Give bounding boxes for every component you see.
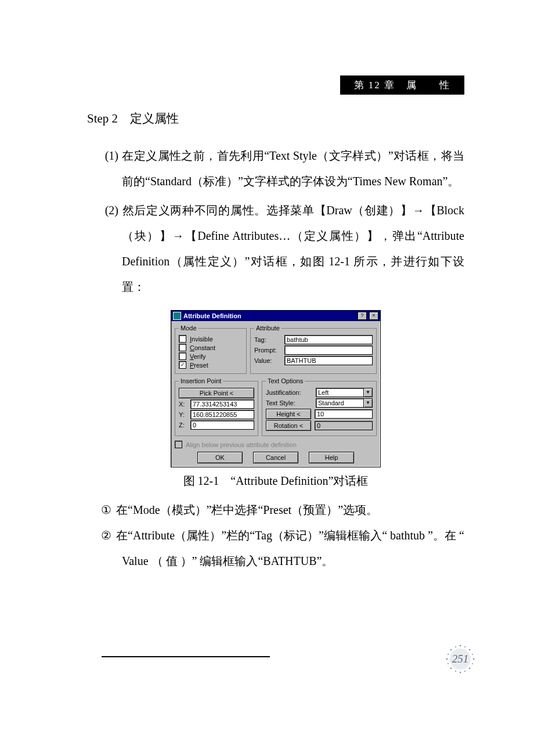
step-title: 定义属性	[118, 111, 179, 125]
cancel-button[interactable]: Cancel	[253, 452, 298, 463]
list-marker: (1)	[99, 143, 122, 168]
align-label: Align below previous attribute definitio…	[186, 441, 297, 448]
step-heading: Step 2 定义属性	[87, 110, 464, 127]
rotation-row: Rotation < 0	[266, 420, 373, 431]
chevron-down-icon[interactable]: ▼	[364, 398, 373, 408]
textopt-legend: Text Options	[266, 377, 305, 384]
textopt-group: Text Options Justification: Left ▼ Text …	[262, 377, 377, 436]
list-item: ②在“Attribute（属性）”栏的“Tag（标记）”编辑框输入“ batht…	[122, 523, 464, 574]
mode-constant-row: Constant	[179, 344, 243, 351]
list-text: 在“Mode（模式）”栏中选择“Preset（预置）”选项。	[116, 503, 378, 516]
attribute-definition-dialog: Attribute Definition ? × Mode IInvisible…	[171, 310, 381, 467]
bottom-row: Insertion Point Pick Point < X: 77.33142…	[175, 376, 377, 438]
svg-point-15	[472, 663, 473, 664]
preset-checkbox[interactable]: ✓	[179, 361, 186, 369]
invisible-checkbox[interactable]	[179, 335, 186, 343]
x-row: X: 77.3314253143	[179, 399, 254, 409]
attribute-legend: Attribute	[254, 325, 282, 332]
tag-input[interactable]: bathtub	[284, 335, 373, 344]
page: 第 12 章 属 性 Step 2 定义属性 (1)在定义属性之前，首先利用“T…	[0, 0, 534, 756]
mode-invisible-row: IInvisiblenvisible	[179, 335, 243, 343]
invisible-label: IInvisiblenvisible	[190, 336, 213, 343]
dialog-title: Attribute Definition	[183, 312, 355, 319]
ok-button[interactable]: OK	[197, 452, 243, 463]
top-row: Mode IInvisiblenvisible Constant Verify	[175, 323, 377, 376]
svg-point-5	[469, 649, 471, 651]
mode-preset-row: ✓ Preset	[179, 361, 243, 369]
svg-point-11	[464, 671, 466, 672]
z-input[interactable]: 0	[190, 420, 254, 430]
help-button[interactable]: ?	[358, 312, 367, 320]
svg-point-14	[472, 654, 473, 655]
tag-label: Tag:	[254, 336, 281, 343]
svg-point-1	[460, 672, 461, 674]
list-text: 在“Attribute（属性）”栏的“Tag（标记）”编辑框输入“ bathtu…	[116, 529, 464, 567]
svg-point-3	[473, 658, 475, 660]
mode-legend: Mode	[179, 325, 199, 332]
pick-point-button[interactable]: Pick Point <	[179, 388, 254, 398]
dialog-figure: Attribute Definition ? × Mode IInvisible…	[87, 310, 464, 467]
rotation-button[interactable]: Rotation <	[266, 420, 311, 431]
y-input[interactable]: 160.851220855	[190, 410, 254, 419]
chapter-banner: 第 12 章 属 性	[340, 75, 465, 95]
constant-label: Constant	[190, 344, 215, 351]
dialog-body: Mode IInvisiblenvisible Constant Verify	[171, 321, 380, 467]
svg-point-2	[446, 658, 448, 660]
verify-checkbox[interactable]	[179, 352, 186, 360]
svg-point-8	[455, 646, 456, 647]
svg-point-13	[448, 663, 449, 664]
prompt-input[interactable]	[284, 345, 373, 355]
verify-label: Verify	[190, 353, 206, 360]
x-input[interactable]: 77.3314253143	[190, 399, 254, 409]
just-combo[interactable]: Left ▼	[316, 388, 373, 397]
list-marker: ①	[96, 497, 116, 523]
svg-point-6	[450, 668, 452, 669]
mode-group: Mode IInvisiblenvisible Constant Verify	[175, 325, 247, 374]
preset-label: Preset	[190, 362, 208, 369]
list-marker: ②	[96, 523, 116, 548]
just-row: Justification: Left ▼	[266, 388, 373, 397]
pick-row: Pick Point <	[179, 388, 254, 398]
style-combo[interactable]: Standard ▼	[316, 398, 373, 408]
list-text: 然后定义两种不同的属性。选择菜单【Draw（创建）】→【Block（块）】→【D…	[122, 204, 464, 293]
z-label: Z:	[179, 422, 187, 429]
attribute-group: Attribute Tag: bathtub Prompt: Value: BA…	[250, 325, 377, 374]
style-row: Text Style: Standard ▼	[266, 398, 373, 408]
list-item: (2)然后定义两种不同的属性。选择菜单【Draw（创建）】→【Block（块）】…	[122, 197, 464, 300]
style-label: Text Style:	[266, 399, 312, 406]
ordered-list: (1)在定义属性之前，首先利用“Text Style（文字样式）”对话框，将当前…	[87, 143, 464, 300]
insertion-legend: Insertion Point	[179, 377, 223, 384]
value-label: Value:	[254, 357, 281, 364]
list-marker: (2)	[99, 197, 122, 223]
svg-point-12	[448, 654, 449, 655]
z-row: Z: 0	[179, 420, 254, 430]
svg-point-7	[469, 668, 471, 669]
close-button[interactable]: ×	[369, 312, 378, 320]
footer-rule	[102, 656, 270, 657]
style-value: Standard	[316, 398, 364, 408]
list-text: 在定义属性之前，首先利用“Text Style（文字样式）”对话框，将当前的“S…	[122, 149, 464, 188]
page-number-badge: 251	[445, 643, 476, 675]
chevron-down-icon[interactable]: ▼	[364, 388, 373, 397]
prompt-row: Prompt:	[254, 345, 373, 355]
step-number: Step 2	[87, 111, 118, 125]
figure-caption: 图 12-1 “Attribute Definition”对话框	[87, 473, 464, 489]
constant-checkbox[interactable]	[179, 344, 186, 351]
just-value: Left	[316, 388, 364, 397]
mode-verify-row: Verify	[179, 352, 243, 360]
list-item: (1)在定义属性之前，首先利用“Text Style（文字样式）”对话框，将当前…	[122, 143, 464, 194]
svg-point-9	[464, 646, 466, 647]
svg-point-0	[460, 645, 461, 647]
align-checkbox	[175, 441, 182, 448]
system-icon	[173, 312, 181, 320]
svg-point-4	[450, 649, 452, 651]
rotation-input[interactable]: 0	[315, 421, 373, 430]
help-button[interactable]: Help	[309, 452, 354, 463]
dialog-button-row: OK Cancel Help	[175, 452, 377, 463]
height-button[interactable]: Height <	[266, 409, 311, 419]
height-input[interactable]: 10	[315, 409, 373, 419]
y-row: Y: 160.851220855	[179, 410, 254, 419]
value-input[interactable]: BATHTUB	[284, 356, 373, 365]
svg-point-10	[455, 671, 456, 672]
insertion-group: Insertion Point Pick Point < X: 77.33142…	[175, 377, 258, 436]
